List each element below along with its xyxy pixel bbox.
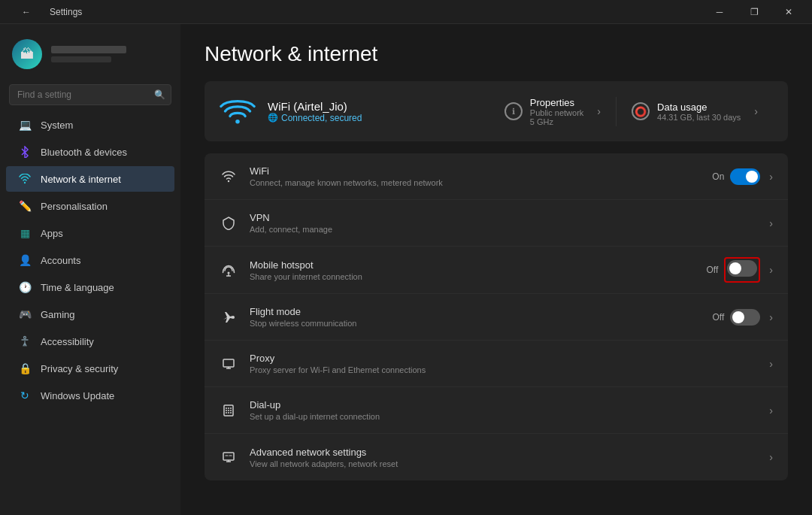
properties-chevron-icon: › xyxy=(597,105,601,117)
vpn-row-subtitle: Add, connect, manage xyxy=(250,225,754,234)
user-sub-bar xyxy=(51,56,111,62)
wifi-network-name: WiFi (Airtel_Jio) xyxy=(268,100,477,113)
hotspot-row-icon xyxy=(220,261,238,279)
sidebar-item-label: Personalisation xyxy=(41,201,108,212)
vpn-row-title: VPN xyxy=(250,212,754,223)
accessibility-icon xyxy=(18,335,32,348)
vpn-row-icon xyxy=(220,214,238,232)
advanced-row-right: › xyxy=(766,451,773,463)
advanced-row[interactable]: Advanced network settings View all netwo… xyxy=(205,434,788,480)
wifi-banner[interactable]: WiFi (Airtel_Jio) 🌐 Connected, secured ℹ… xyxy=(205,81,788,141)
proxy-row-text: Proxy Proxy server for Wi-Fi and Etherne… xyxy=(250,353,754,374)
hotspot-row-right: Off › xyxy=(707,257,773,283)
flightmode-row-right: Off › xyxy=(713,309,773,326)
settings-list: WiFi Connect, manage known networks, met… xyxy=(205,153,788,480)
wifi-status: 🌐 Connected, secured xyxy=(268,113,477,123)
hotspot-row-text: Mobile hotspot Share your internet conne… xyxy=(250,259,695,281)
update-icon: ↻ xyxy=(18,389,32,402)
hotspot-toggle[interactable] xyxy=(727,260,757,277)
system-icon: 💻 xyxy=(18,118,32,132)
proxy-row-subtitle: Proxy server for Wi-Fi and Ethernet conn… xyxy=(250,365,754,374)
flightmode-toggle[interactable] xyxy=(730,309,760,326)
wifi-status-globe-icon: 🌐 xyxy=(268,113,278,123)
dialup-row-icon xyxy=(220,401,238,420)
sidebar-item-gaming[interactable]: 🎮 Gaming xyxy=(6,301,174,327)
app-title: Settings xyxy=(50,7,82,17)
avatar: 🏔 xyxy=(12,39,42,69)
flightmode-row-subtitle: Stop wireless communication xyxy=(250,319,701,328)
data-usage-text: Data usage 44.31 GB, last 30 days xyxy=(657,101,741,122)
wifi-row-title: WiFi xyxy=(250,165,700,177)
svg-rect-7 xyxy=(223,359,234,367)
proxy-row[interactable]: Proxy Proxy server for Wi-Fi and Etherne… xyxy=(205,341,788,387)
proxy-row-icon xyxy=(220,355,238,373)
sidebar-item-network[interactable]: Network & internet xyxy=(6,166,174,192)
search-input[interactable] xyxy=(9,84,171,105)
dialup-row-title: Dial-up xyxy=(250,399,754,410)
flightmode-row[interactable]: Flight mode Stop wireless communication … xyxy=(205,294,788,341)
vpn-row-text: VPN Add, connect, manage xyxy=(250,212,754,234)
properties-action[interactable]: ℹ Properties Public network 5 GHz › xyxy=(489,97,616,126)
sidebar-item-label: Network & internet xyxy=(41,174,121,185)
vpn-row-right: › xyxy=(766,217,773,229)
titlebar-controls: ─ ❐ ✕ xyxy=(702,0,806,24)
wifi-row-chevron-icon: › xyxy=(769,171,773,183)
svg-point-2 xyxy=(235,120,240,124)
vpn-row-chevron-icon: › xyxy=(769,217,773,229)
advanced-row-subtitle: View all network adapters, network reset xyxy=(250,459,754,468)
dialup-row-chevron-icon: › xyxy=(769,404,773,417)
advanced-row-text: Advanced network settings View all netwo… xyxy=(250,447,754,468)
sidebar-item-time[interactable]: 🕐 Time & language xyxy=(6,274,174,300)
gaming-icon: 🎮 xyxy=(18,307,32,321)
sidebar-item-label: System xyxy=(41,120,73,131)
back-button[interactable]: ← xyxy=(9,0,44,24)
advanced-row-chevron-icon: › xyxy=(769,451,773,463)
sidebar-item-personalisation[interactable]: ✏️ Personalisation xyxy=(6,193,174,219)
proxy-row-right: › xyxy=(766,358,773,370)
hotspot-row-chevron-icon: › xyxy=(769,264,773,276)
wifi-toggle[interactable] xyxy=(730,168,760,185)
wifi-info: WiFi (Airtel_Jio) 🌐 Connected, secured xyxy=(268,100,477,123)
hotspot-toggle-label: Off xyxy=(707,265,719,275)
sidebar-item-apps[interactable]: ▦ Apps xyxy=(6,220,174,246)
sidebar-item-label: Bluetooth & devices xyxy=(41,147,127,158)
flightmode-row-title: Flight mode xyxy=(250,306,701,317)
sidebar-item-accessibility[interactable]: Accessibility xyxy=(6,329,174,354)
minimize-button[interactable]: ─ xyxy=(702,0,737,24)
hotspot-row[interactable]: Mobile hotspot Share your internet conne… xyxy=(205,247,788,294)
wifi-toggle-label: On xyxy=(712,171,724,182)
apps-icon: ▦ xyxy=(18,226,32,240)
maximize-button[interactable]: ❐ xyxy=(737,0,771,24)
close-button[interactable]: ✕ xyxy=(771,0,806,24)
sidebar-item-privacy[interactable]: 🔒 Privacy & security xyxy=(6,356,174,381)
sidebar-item-system[interactable]: 💻 System xyxy=(6,112,174,138)
user-profile[interactable]: 🏔 xyxy=(0,30,180,78)
svg-point-0 xyxy=(24,182,26,183)
dialup-row-text: Dial-up Set up a dial-up internet connec… xyxy=(250,399,754,421)
sidebar-item-accounts[interactable]: 👤 Accounts xyxy=(6,247,174,273)
network-icon xyxy=(18,172,32,186)
user-name-bar xyxy=(51,46,126,53)
sidebar-item-label: Privacy & security xyxy=(41,363,118,374)
hotspot-row-title: Mobile hotspot xyxy=(250,259,695,271)
dialup-row[interactable]: Dial-up Set up a dial-up internet connec… xyxy=(205,387,788,434)
flightmode-row-chevron-icon: › xyxy=(769,311,773,323)
proxy-row-title: Proxy xyxy=(250,353,754,364)
time-icon: 🕐 xyxy=(18,280,32,294)
sidebar: 🏔 🔍 💻 System Bluetooth & devices xyxy=(0,24,180,515)
hotspot-toggle-highlight xyxy=(724,257,760,283)
titlebar: ← Settings ─ ❐ ✕ xyxy=(0,0,812,24)
advanced-row-title: Advanced network settings xyxy=(250,447,754,458)
dialup-row-right: › xyxy=(766,404,773,417)
app-container: 🏔 🔍 💻 System Bluetooth & devices xyxy=(0,24,812,515)
data-usage-action[interactable]: ⭕ Data usage 44.31 GB, last 30 days › xyxy=(616,97,773,126)
properties-icon: ℹ xyxy=(504,102,523,120)
sidebar-item-bluetooth[interactable]: Bluetooth & devices xyxy=(6,139,174,165)
proxy-row-chevron-icon: › xyxy=(769,358,773,370)
wifi-row[interactable]: WiFi Connect, manage known networks, met… xyxy=(205,153,788,200)
wifi-row-icon xyxy=(220,168,238,186)
personalisation-icon: ✏️ xyxy=(18,199,32,213)
svg-rect-20 xyxy=(223,453,234,460)
sidebar-item-update[interactable]: ↻ Windows Update xyxy=(6,383,174,408)
vpn-row[interactable]: VPN Add, connect, manage › xyxy=(205,200,788,247)
